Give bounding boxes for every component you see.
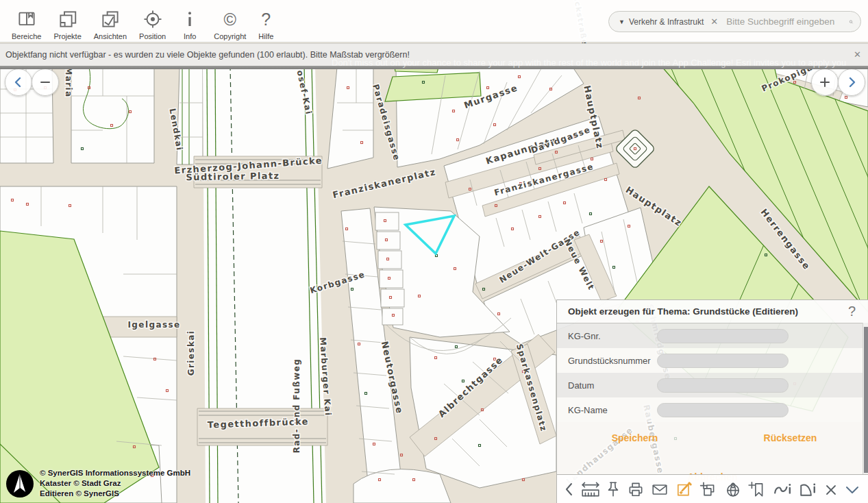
- bottom-toolbar: [556, 474, 868, 503]
- svg-text:Grieskai: Grieskai: [186, 330, 196, 376]
- search-input[interactable]: [725, 16, 849, 27]
- attribution-line: Editieren © SynerGIS: [40, 489, 190, 499]
- collapse-down-icon[interactable]: [843, 481, 861, 498]
- field-label: KG-Name: [568, 405, 657, 415]
- toolbar-item-bereiche[interactable]: Bereiche: [5, 2, 47, 40]
- help-icon: ?: [261, 7, 271, 32]
- toolbar-item-copyright[interactable]: © Copyright: [208, 2, 252, 40]
- toolbar-item-label: Position: [139, 32, 166, 40]
- kg-name-field[interactable]: [657, 403, 789, 417]
- toolbar-item-info[interactable]: Info: [172, 2, 208, 40]
- panel-buttons: Speichern Rücksetzen: [557, 422, 868, 454]
- pan-left-button[interactable]: [5, 69, 32, 96]
- pin-icon[interactable]: [606, 480, 621, 498]
- panel-header: Objekt erzeugen für Thema: Grundstücke (…: [557, 300, 868, 323]
- regions-icon: [15, 7, 38, 32]
- views-icon: [99, 7, 122, 32]
- toolbar-item-label: Ansichten: [94, 32, 127, 40]
- panel-scrollbar: [863, 323, 868, 476]
- zoom-out-button[interactable]: [32, 69, 59, 96]
- area-info-icon[interactable]: [797, 480, 818, 498]
- search-icon[interactable]: [849, 14, 854, 29]
- toolbar-item-label: Hilfe: [258, 32, 273, 40]
- route-info-icon[interactable]: [772, 480, 793, 498]
- compass-north-icon: [5, 469, 34, 498]
- toolbar-item-position[interactable]: Position: [133, 2, 172, 40]
- projects-icon: [56, 7, 79, 32]
- kg-gnr-field[interactable]: [657, 329, 789, 343]
- map-attribution: © SynerGIS Informationssysteme GmbH Kata…: [5, 468, 190, 499]
- pan-right-button[interactable]: [838, 69, 865, 96]
- mail-icon[interactable]: [650, 480, 669, 498]
- bookmark-add-icon[interactable]: [747, 480, 767, 498]
- watermark-ticker: Don't miss out on your chance to share y…: [332, 58, 859, 68]
- measure-icon[interactable]: [580, 480, 601, 498]
- edit-object-icon[interactable]: [675, 480, 694, 498]
- toolbar-item-ansichten[interactable]: Ansichten: [88, 2, 133, 40]
- copy-features-icon[interactable]: [699, 480, 718, 498]
- save-button[interactable]: Speichern: [557, 432, 712, 443]
- globe-locate-icon[interactable]: [723, 480, 743, 498]
- attribution-line: © SynerGIS Informationssysteme GmbH: [40, 468, 190, 478]
- panel-buttons-secondary: Abbrechen: [557, 454, 868, 477]
- form-row-kg-name: KG-Name: [557, 397, 868, 422]
- close-icon[interactable]: [823, 481, 839, 498]
- form-row-grundstuecksnummer: Grundstücksnummer: [557, 348, 868, 373]
- panel-form: KG-Gnr. Grundstücksnummer Datum KG-Name: [557, 323, 868, 422]
- toolbar-item-projekte[interactable]: Projekte: [47, 2, 87, 40]
- info-icon: [178, 7, 201, 32]
- chevron-down-icon[interactable]: ▼: [619, 19, 625, 25]
- datum-field[interactable]: [657, 378, 789, 393]
- toolbar-item-label: Info: [184, 32, 196, 40]
- form-row-kg-gnr: KG-Gnr.: [557, 323, 868, 348]
- position-icon: [141, 7, 164, 32]
- clear-category-icon[interactable]: ✕: [710, 16, 718, 27]
- toolbar-item-hilfe[interactable]: ? Hilfe: [252, 2, 280, 40]
- svg-text:Igelgasse: Igelgasse: [127, 320, 180, 330]
- copyright-icon: ©: [224, 7, 236, 32]
- search-category[interactable]: Verkehr & Infrastrukt: [629, 17, 704, 27]
- field-label: Datum: [568, 380, 657, 391]
- search-bar: ▼ Verkehr & Infrastrukt ✕: [608, 11, 861, 32]
- edit-object-panel: Objekt erzeugen für Thema: Grundstücke (…: [556, 299, 868, 476]
- reset-button[interactable]: Rücksetzen: [712, 432, 868, 443]
- attribution-line: Kataster © Stadt Graz: [40, 478, 190, 489]
- panel-help-icon[interactable]: ?: [848, 304, 856, 319]
- toolbar-item-label: Copyright: [214, 32, 246, 40]
- field-label: Grundstücksnummer: [568, 356, 657, 366]
- zoom-in-button[interactable]: [811, 69, 839, 96]
- grundstuecksnummer-field[interactable]: [657, 354, 789, 368]
- toolbar-item-label: Bereiche: [12, 32, 41, 40]
- panel-scrollbar-thumb[interactable]: [864, 327, 868, 473]
- panel-title: Objekt erzeugen für Thema: Grundstücke (…: [568, 306, 798, 317]
- collapse-left-icon[interactable]: [564, 481, 575, 498]
- field-label: KG-Gnr.: [568, 331, 657, 341]
- svg-text:Maria: Maria: [64, 66, 73, 97]
- svg-text:Rad- und Fußweg: Rad- und Fußweg: [292, 358, 301, 454]
- toolbar-item-label: Projekte: [53, 32, 81, 40]
- form-row-datum: Datum: [557, 373, 868, 397]
- print-icon[interactable]: [626, 480, 645, 498]
